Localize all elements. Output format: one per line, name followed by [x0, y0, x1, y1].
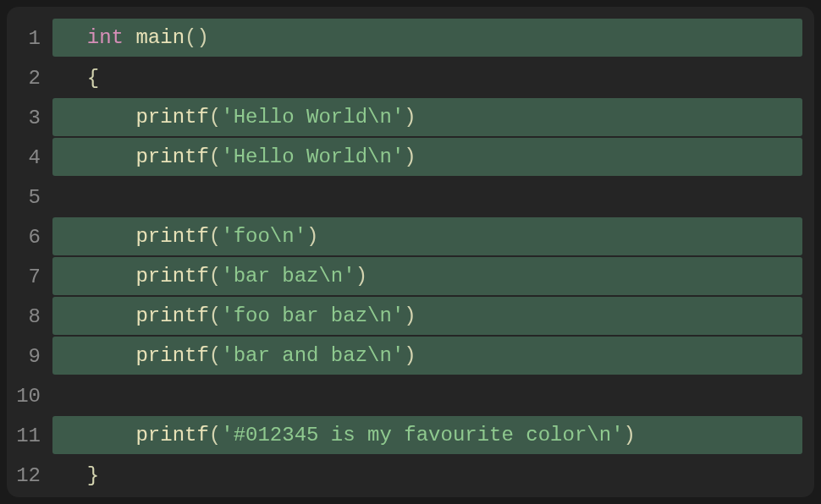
token-string: 'Hello World\n': [221, 102, 404, 133]
token-paren: (: [209, 222, 221, 252]
line-content[interactable]: printf('bar and baz\n'): [52, 337, 802, 375]
indent: [63, 23, 87, 53]
line-number: 1: [15, 19, 52, 58]
code-line[interactable]: 12 }: [15, 456, 802, 496]
indent: [63, 341, 135, 371]
line-content[interactable]: int main(): [52, 19, 802, 57]
code-line[interactable]: 8 printf('foo bar baz\n'): [15, 297, 802, 337]
token-paren: ): [404, 102, 416, 133]
indent: [63, 222, 135, 252]
indent: [63, 261, 135, 292]
code-line[interactable]: 5: [15, 178, 802, 217]
token-string: 'bar baz\n': [221, 261, 355, 292]
indent: [63, 102, 135, 133]
token-string: 'foo bar baz\n': [221, 301, 404, 331]
token-string: '#012345 is my favourite color\n': [221, 420, 623, 451]
code-line[interactable]: 2 {: [15, 58, 802, 98]
token-paren: ): [404, 341, 416, 371]
line-content[interactable]: [52, 376, 802, 416]
line-content[interactable]: printf('bar baz\n'): [52, 257, 802, 295]
line-number: 12: [15, 456, 52, 496]
token-call: printf: [135, 222, 208, 252]
line-content[interactable]: printf('Hello World\n'): [52, 138, 802, 176]
code-line[interactable]: 3 printf('Hello World\n'): [15, 98, 802, 138]
token-plain: [124, 23, 135, 53]
token-paren: ): [355, 261, 367, 292]
code-editor[interactable]: 1 int main()2 {3 printf('Hello World\n')…: [7, 7, 814, 497]
token-call: printf: [135, 261, 208, 292]
line-number: 3: [15, 98, 52, 138]
token-brace: }: [87, 461, 99, 491]
token-paren: (: [209, 301, 221, 331]
token-call: printf: [135, 102, 208, 133]
token-call: printf: [135, 341, 208, 371]
line-content[interactable]: printf('#012345 is my favourite color\n'…: [52, 416, 802, 454]
indent: [63, 63, 87, 94]
indent: [63, 142, 135, 173]
indent: [63, 461, 87, 491]
token-call: printf: [135, 301, 208, 331]
line-number: 2: [15, 58, 52, 98]
token-paren: ): [306, 222, 318, 252]
token-paren: (: [209, 341, 221, 371]
line-content[interactable]: printf('foo bar baz\n'): [52, 297, 802, 335]
code-container: 1 int main()2 {3 printf('Hello World\n')…: [15, 19, 802, 496]
token-brace: {: [87, 63, 99, 94]
code-line[interactable]: 9 printf('bar and baz\n'): [15, 337, 802, 376]
line-content[interactable]: printf('foo\n'): [52, 217, 802, 255]
token-string: 'bar and baz\n': [221, 341, 404, 371]
line-number: 11: [15, 416, 52, 456]
indent: [63, 301, 135, 331]
code-line[interactable]: 7 printf('bar baz\n'): [15, 257, 802, 297]
token-paren: ): [624, 420, 636, 451]
line-content[interactable]: {: [52, 58, 802, 98]
token-string: 'foo\n': [221, 222, 306, 252]
line-number: 5: [15, 178, 52, 217]
line-number: 6: [15, 217, 52, 257]
code-line[interactable]: 11 printf('#012345 is my favourite color…: [15, 416, 802, 456]
token-call: printf: [135, 420, 208, 451]
line-content[interactable]: }: [52, 456, 802, 496]
line-number: 10: [15, 376, 52, 416]
line-number: 8: [15, 297, 52, 337]
token-paren: ): [404, 301, 416, 331]
token-paren: (: [209, 261, 221, 292]
code-line[interactable]: 4 printf('Hello World\n'): [15, 138, 802, 178]
indent: [63, 420, 135, 451]
code-line[interactable]: 1 int main(): [15, 19, 802, 58]
line-number: 9: [15, 337, 52, 376]
token-paren: (): [185, 23, 209, 53]
token-paren: ): [404, 142, 416, 173]
code-line[interactable]: 6 printf('foo\n'): [15, 217, 802, 257]
line-number: 7: [15, 257, 52, 297]
token-call: printf: [135, 142, 208, 173]
token-paren: (: [209, 420, 221, 451]
token-keyword: int: [87, 23, 124, 53]
line-number: 4: [15, 138, 52, 178]
token-paren: (: [209, 102, 221, 133]
token-string: 'Hello World\n': [221, 142, 404, 173]
token-paren: (: [209, 142, 221, 173]
token-func: main: [135, 23, 185, 53]
line-content[interactable]: [52, 178, 802, 217]
line-content[interactable]: printf('Hello World\n'): [52, 98, 802, 136]
code-line[interactable]: 10: [15, 376, 802, 416]
